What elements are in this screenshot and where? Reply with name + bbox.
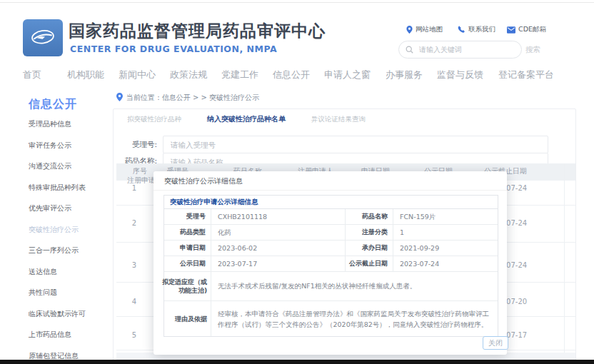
field-value: FCN-159片: [393, 209, 498, 224]
table-column-divider: [564, 163, 565, 360]
nav-item-home[interactable]: 首页: [23, 69, 41, 81]
field-label: 药品名称: [346, 209, 393, 224]
window-bottom-edge: [0, 360, 594, 364]
nav-item-policies[interactable]: 政策法规: [170, 69, 207, 81]
sidebar-menu: 受理品种信息 审评任务公示 沟通交流公示 特殊审批品种列表 优先审评公示 突破性…: [29, 119, 118, 364]
sidebar-item-accepted-varieties[interactable]: 受理品种信息: [29, 119, 118, 141]
field-label: 理由及依据: [164, 301, 211, 336]
page: 国家药品监督管理局药品审评中心 CENTER FOR DRUG EVALUATI…: [0, 0, 594, 364]
field-label: 公示日期: [164, 256, 211, 271]
sidebar-item-priority-review[interactable]: 优先审评公示: [29, 203, 118, 225]
field-value: 2023-07-17: [211, 256, 346, 271]
site-subtitle: CENTER FOR DRUG EVALUATION, NMPA: [70, 44, 277, 54]
quick-link-label: 联系我们: [468, 25, 495, 34]
modal-detail-table: 突破性治疗申请公示详细信息 受理号 CXHB2101118 药品名称 FCN-1…: [163, 195, 498, 337]
phone-icon: [458, 26, 465, 34]
nav-item-functions[interactable]: 机构职能: [67, 69, 104, 81]
detail-modal: 突破性治疗公示详细信息 突破性治疗申请公示详细信息 受理号 CXHB210111…: [153, 171, 507, 355]
modal-row-justification: 理由及依据 经审核，本申请符合《药品注册管理办法》和《国家药监局关于发布突破性治…: [164, 301, 498, 336]
modal-title-divider: [153, 190, 507, 191]
tab-objection-results[interactable]: 异议论证结果查询: [311, 115, 366, 124]
nav-item-party[interactable]: 党建工作: [221, 69, 258, 81]
col-header-seq: 序号: [133, 166, 147, 176]
sidebar-item-review-tasks[interactable]: 审评任务公示: [29, 141, 118, 162]
search-button[interactable]: 搜索: [525, 45, 540, 55]
site-title: 国家药品监督管理局药品审评中心: [69, 20, 326, 42]
sidebar-item-special-approval[interactable]: 特殊审批品种列表: [29, 183, 118, 204]
tab-bar: 拟突破性治疗品种 纳入突破性治疗品种名单 异议论证结果查询: [127, 114, 366, 124]
breadcrumb-pin-icon: [116, 93, 123, 103]
modal-section-title: 突破性治疗申请公示详细信息: [164, 196, 498, 209]
close-button[interactable]: 关闭: [483, 336, 508, 350]
field-value: 化药: [211, 225, 346, 240]
field-value: 2023-06-02: [211, 241, 346, 256]
field-label: 申请日期: [164, 241, 211, 256]
modal-row: 受理号 CXHB2101118 药品名称 FCN-159片: [164, 209, 498, 225]
search-input[interactable]: [418, 45, 506, 54]
acceptance-no-input[interactable]: [163, 136, 548, 153]
nav-item-applicant-window[interactable]: 申请人之窗: [324, 69, 371, 81]
field-value: CXHB2101118: [211, 209, 346, 224]
tab-proposed-breakthrough[interactable]: 拟突破性治疗品种: [127, 115, 181, 124]
sidebar-item-delivery-info[interactable]: 送达信息: [29, 267, 118, 288]
breadcrumb-text[interactable]: 当前位置 : 信息公开 > > 突破性治疗公示: [126, 93, 259, 103]
nav-item-news[interactable]: 新闻中心: [119, 69, 156, 81]
site-logo[interactable]: [23, 19, 63, 56]
quick-link-label: CDE邮箱: [518, 25, 546, 34]
sidebar-item-breakthrough-therapy[interactable]: 突破性治疗公示: [29, 225, 118, 246]
mail-icon: [507, 26, 515, 34]
field-value: 经审核，本申请符合《药品注册管理办法》和《国家药监局关于发布突破性治疗药物审评工…: [211, 301, 498, 336]
breadcrumb: 当前位置 : 信息公开 > > 突破性治疗公示: [116, 93, 259, 103]
tab-included-breakthrough-list[interactable]: 纳入突破性治疗品种名单: [207, 114, 286, 124]
table-row-number: 4: [129, 298, 139, 305]
modal-row: 申请日期 2023-06-02 承办日期 2021-09-29: [164, 241, 498, 256]
quick-link-mail[interactable]: CDE邮箱: [507, 25, 546, 34]
sidebar-item-communication[interactable]: 沟通交流公示: [29, 161, 118, 183]
quick-link-contact[interactable]: 联系我们: [458, 25, 495, 34]
sidebar-title: 信息公开: [29, 97, 77, 112]
modal-row: 公示日期 2023-07-17 公示截止日期 2023-07-24: [164, 256, 498, 272]
sidebar-item-clinical-trial-license[interactable]: 临床试验默示许可: [29, 309, 118, 330]
nav-item-supervision[interactable]: 监督与反馈: [437, 69, 483, 81]
search-icon: [406, 43, 413, 56]
field-label: 承办日期: [346, 241, 393, 256]
field-value: 2023-07-24: [393, 256, 498, 271]
map-pin-icon: [406, 26, 413, 34]
table-row-number: 3: [129, 261, 139, 269]
field-label: 药品类型: [164, 225, 211, 240]
header-search[interactable]: [398, 41, 522, 59]
modal-row: 药品类型 化药 注册分类 1: [164, 225, 498, 241]
field-value: 2021-09-29: [393, 241, 498, 256]
nav-item-registration-platform[interactable]: 登记备案平台: [498, 69, 554, 81]
sidebar-item-three-in-one[interactable]: 三合一序列公示: [29, 246, 118, 267]
nav-item-info-disclosure[interactable]: 信息公开: [273, 69, 310, 81]
table-row-number: 1: [129, 184, 139, 192]
sidebar-item-common-issues[interactable]: 共性问题: [29, 288, 118, 309]
field-label: 拟定适应症（或 功能主治): [164, 272, 211, 300]
acceptance-no-label: 受理号:: [113, 140, 157, 150]
swan-logo-icon: [29, 24, 57, 52]
field-value: 1: [393, 225, 498, 240]
field-value: 无法手术或术后残留/复发的NF1相关的丛状神经纤维瘤成人患者。: [211, 272, 498, 300]
modal-row-indication: 拟定适应症（或 功能主治) 无法手术或术后残留/复发的NF1相关的丛状神经纤维瘤…: [164, 272, 498, 301]
top-hairline: [0, 2, 594, 3]
quick-link-sitemap[interactable]: 网站地图: [406, 25, 443, 34]
nav-item-services[interactable]: 办事服务: [386, 69, 423, 81]
modal-title: 突破性治疗公示详细信息: [164, 176, 243, 186]
sidebar-item-marketed-drugs[interactable]: 上市药品信息: [29, 330, 118, 351]
table-row-number: 5: [129, 331, 139, 339]
quick-link-label: 网站地图: [416, 25, 443, 34]
field-label: 受理号: [164, 209, 211, 224]
field-label: 公示截止日期: [346, 256, 393, 271]
field-label: 注册分类: [346, 225, 393, 240]
table-row-number: 2: [129, 219, 139, 227]
